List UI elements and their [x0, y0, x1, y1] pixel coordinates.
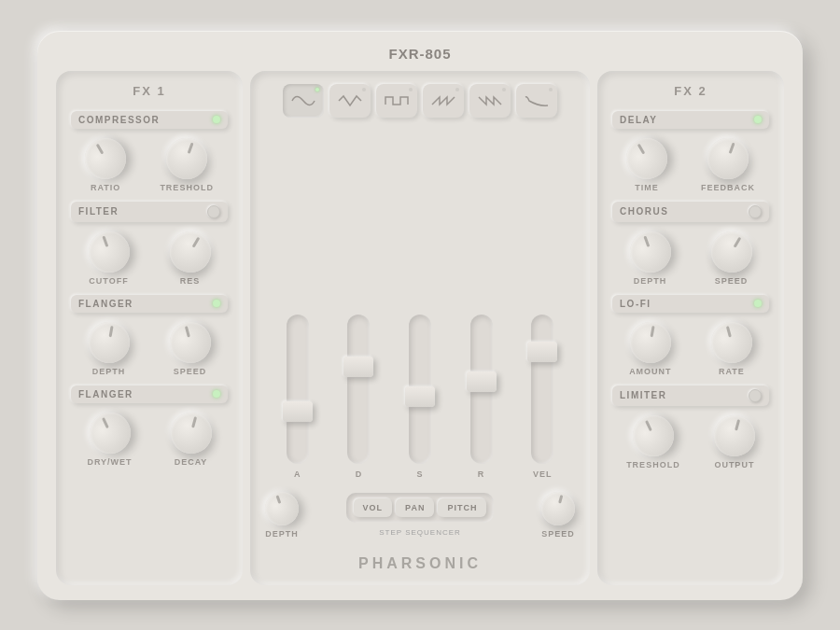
device-title: FXR-805 — [56, 46, 784, 62]
wave-sawup-btn[interactable] — [423, 84, 464, 118]
treshold-knob[interactable] — [161, 132, 213, 184]
fader-r-thumb[interactable] — [467, 371, 497, 392]
treshold-label: TRESHOLD — [160, 183, 214, 192]
feedback-group: FEEDBACK — [701, 138, 755, 192]
limiter-treshold-label: TRESHOLD — [626, 460, 680, 469]
cutoff-group: CUTOFF — [89, 231, 130, 286]
fader-r-label: R — [478, 469, 485, 479]
compressor-section-btn[interactable]: COMPRESSOR — [71, 111, 228, 129]
fx1-title: FX 1 — [71, 84, 228, 98]
delay-section-btn[interactable]: DELAY — [612, 111, 769, 129]
fader-d-thumb[interactable] — [343, 357, 373, 377]
chorus-section-btn[interactable]: CHORUS — [612, 202, 769, 222]
wave-sawup-dot — [455, 88, 459, 91]
filter-section-btn[interactable]: FILTER — [71, 202, 228, 222]
wave-decay-btn[interactable] — [516, 84, 557, 118]
chorus-speed-group: SPEED — [711, 231, 752, 286]
wave-triangle-btn[interactable] — [329, 84, 371, 118]
ratio-group: RATIO — [85, 138, 126, 192]
res-knob[interactable] — [161, 223, 217, 279]
flanger2-knobs: DRY/WET DECAY — [71, 413, 228, 467]
seq-speed-label: SPEED — [541, 529, 575, 539]
time-knob[interactable] — [619, 130, 675, 186]
treshold-group: TRESHOLD — [160, 138, 214, 192]
fader-vel-thumb[interactable] — [527, 342, 557, 362]
filter-knobs: CUTOFF RES — [71, 231, 228, 286]
fader-d-label: D — [356, 469, 363, 479]
wave-square-btn[interactable] — [376, 84, 417, 118]
fader-a-thumb[interactable] — [283, 401, 313, 422]
rate-label: RATE — [719, 367, 745, 376]
flanger2-section-btn[interactable]: FLANGER — [71, 385, 228, 403]
fader-a-label: A — [294, 469, 301, 479]
flanger1-depth-label: DEPTH — [92, 367, 126, 376]
fader-r-track — [470, 315, 493, 464]
limiter-label: LIMITER — [620, 390, 667, 400]
limiter-toggle[interactable] — [749, 389, 762, 402]
decay-wave-icon — [524, 93, 550, 108]
fx1-panel: FX 1 COMPRESSOR RATIO TRESHOLD FILTER — [56, 71, 243, 585]
fx2-panel: FX 2 DELAY TIME FEEDBACK CHORUS — [597, 71, 784, 585]
square-wave-icon — [384, 93, 410, 108]
chorus-speed-label: SPEED — [715, 276, 749, 286]
time-label: TIME — [635, 183, 659, 192]
seq-vol-btn[interactable]: VOL — [354, 498, 393, 517]
limiter-treshold-knob[interactable] — [626, 408, 680, 462]
drywet-knob[interactable] — [82, 405, 136, 459]
fader-s-thumb[interactable] — [405, 386, 435, 407]
wave-triangle-dot — [362, 88, 366, 91]
amount-knob[interactable] — [626, 318, 674, 366]
wave-sine-dot — [315, 88, 319, 91]
drywet-label: DRY/WET — [87, 457, 132, 467]
output-knob[interactable] — [709, 411, 760, 461]
flanger1-led — [213, 300, 220, 307]
wave-sawdown-dot — [502, 88, 506, 91]
wave-sawdown-btn[interactable] — [469, 84, 511, 118]
delay-label: DELAY — [620, 115, 657, 125]
triangle-wave-icon — [337, 93, 363, 108]
faders-section: A D S R — [265, 131, 575, 479]
chorus-speed-knob[interactable] — [703, 223, 759, 279]
lofi-led — [754, 300, 762, 307]
flanger1-section-btn[interactable]: FLANGER — [71, 295, 228, 313]
chorus-toggle[interactable] — [749, 205, 762, 218]
fader-s-group: S — [409, 315, 431, 479]
decay-knob[interactable] — [166, 408, 217, 458]
rate-knob[interactable] — [707, 317, 757, 368]
chorus-depth-knob[interactable] — [623, 225, 676, 277]
flanger1-depth-knob[interactable] — [85, 318, 133, 366]
ratio-knob[interactable] — [77, 130, 133, 186]
cutoff-label: CUTOFF — [89, 276, 128, 286]
seq-pitch-btn[interactable]: PITCH — [438, 498, 486, 517]
cutoff-knob[interactable] — [82, 225, 134, 277]
wave-sine-btn[interactable] — [283, 84, 324, 118]
seq-pan-btn[interactable]: PAN — [396, 498, 434, 517]
seq-depth-knob[interactable] — [260, 486, 303, 529]
fader-s-label: S — [416, 469, 423, 479]
lofi-section-btn[interactable]: LO-FI — [612, 295, 769, 313]
drywet-group: DRY/WET — [87, 413, 132, 467]
seq-speed-knob[interactable] — [538, 487, 579, 528]
filter-toggle[interactable] — [207, 205, 220, 218]
fader-r-group: R — [470, 315, 493, 479]
flanger1-speed-knob[interactable] — [165, 317, 216, 368]
flanger1-label: FLANGER — [78, 299, 133, 309]
seq-row: DEPTH VOL PAN PITCH STEP SEQUENCER SPEED — [265, 492, 575, 539]
lofi-knobs: AMOUNT RATE — [612, 322, 769, 376]
res-group: RES — [170, 231, 211, 286]
chorus-depth-group: DEPTH — [630, 231, 671, 286]
flanger2-led — [213, 390, 220, 398]
fader-d-group: D — [347, 315, 370, 479]
output-label: OUTPUT — [714, 460, 754, 469]
delay-knobs: TIME FEEDBACK — [612, 138, 769, 192]
filter-label: FILTER — [78, 206, 119, 217]
feedback-knob[interactable] — [702, 132, 754, 184]
chorus-knobs: DEPTH SPEED — [612, 231, 769, 286]
brand-label: PHARSONIC — [265, 555, 575, 572]
flanger1-speed-label: SPEED — [174, 367, 207, 376]
limiter-knobs: TRESHOLD OUTPUT — [612, 415, 769, 469]
time-group: TIME — [626, 138, 667, 192]
limiter-section-btn[interactable]: LIMITER — [612, 385, 769, 406]
main-layout: FX 1 COMPRESSOR RATIO TRESHOLD FILTER — [56, 71, 784, 585]
flanger1-knobs: DEPTH SPEED — [71, 322, 228, 376]
